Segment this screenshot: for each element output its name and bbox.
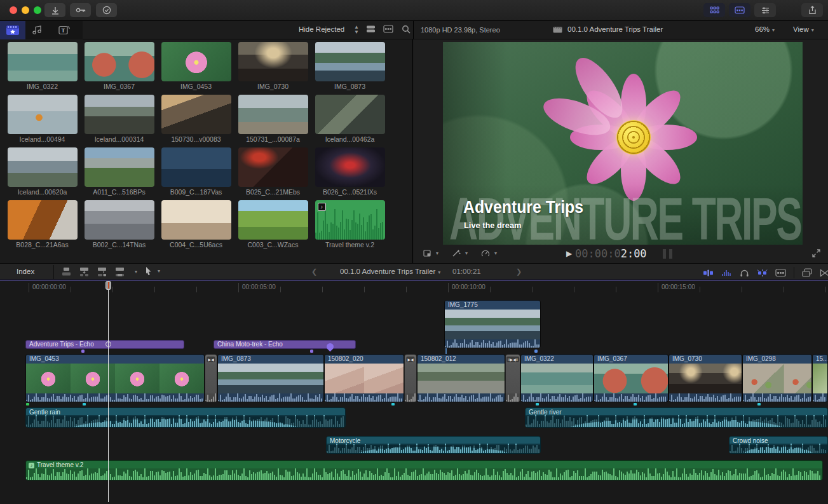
- audio-clip[interactable]: Gentle river: [525, 407, 828, 428]
- storyline-clip[interactable]: IMG_0453: [25, 354, 205, 402]
- clip-thumbnail[interactable]: [85, 95, 154, 134]
- browser-clip[interactable]: C003_C...WZacs: [234, 200, 311, 253]
- clip-thumbnail[interactable]: [315, 42, 385, 81]
- clip-marker[interactable]: [310, 350, 313, 353]
- browser-clip[interactable]: 150730...v00083: [158, 95, 234, 147]
- sidebar-tab-titles-generators[interactable]: T: [51, 21, 76, 39]
- index-button[interactable]: Index: [11, 266, 39, 276]
- insert-edit-icon[interactable]: [79, 267, 90, 276]
- browser-clip[interactable]: IMG_0322: [4, 42, 81, 95]
- close-window-button[interactable]: [10, 6, 17, 14]
- transition-clip[interactable]: ▶◀: [404, 354, 417, 402]
- clip-thumbnail[interactable]: [238, 200, 308, 240]
- browser-clip[interactable]: IMG_0873: [311, 42, 388, 95]
- clip-marker[interactable]: [534, 350, 538, 353]
- title-clip[interactable]: Adventure Trips - Echo: [25, 340, 184, 349]
- filmstrip-view-icon[interactable]: [383, 25, 393, 33]
- import-media-button[interactable]: [44, 3, 65, 17]
- browser-clip[interactable]: 150731_...00087a: [234, 95, 311, 147]
- browser-clip[interactable]: IMG_0367: [81, 42, 158, 95]
- clip-marker[interactable]: [81, 350, 85, 353]
- connect-edit-icon[interactable]: [61, 267, 72, 276]
- clip-thumbnail[interactable]: [315, 147, 385, 187]
- clip-thumbnail[interactable]: [161, 95, 231, 134]
- storyline-clip[interactable]: 150802_020: [324, 354, 404, 402]
- browser-toggle-button[interactable]: [703, 3, 725, 17]
- sidebar-tab-photos-audio[interactable]: [25, 21, 51, 39]
- clip-thumbnail[interactable]: [8, 42, 78, 81]
- storyline-clip[interactable]: IMG_0730: [669, 354, 742, 402]
- browser-clip[interactable]: IMG_0453: [158, 42, 234, 95]
- storyline-clip[interactable]: 150802_012: [417, 354, 505, 402]
- browser-clip[interactable]: Iceland...00494: [4, 95, 81, 147]
- clip-thumbnail[interactable]: [85, 42, 154, 81]
- clip-thumbnail[interactable]: [161, 200, 231, 240]
- share-button[interactable]: [801, 3, 823, 17]
- storyline-clip[interactable]: IMG_0298: [742, 354, 812, 402]
- clip-thumbnail[interactable]: [8, 200, 78, 240]
- background-tasks-button[interactable]: [96, 3, 117, 17]
- clip-thumbnail[interactable]: [238, 95, 308, 134]
- tool-selector[interactable]: ▾: [145, 266, 160, 275]
- storyline-clip[interactable]: IMG_0367: [594, 354, 669, 402]
- browser-clip[interactable]: A011_C...516BPs: [81, 147, 158, 200]
- keyword-editor-button[interactable]: [70, 3, 91, 17]
- play-button[interactable]: ▶: [566, 249, 572, 258]
- overwrite-edit-icon[interactable]: [114, 267, 125, 276]
- search-icon[interactable]: [402, 25, 411, 34]
- transition-clip[interactable]: ▶◀: [205, 354, 217, 402]
- clip-thumbnail[interactable]: [8, 95, 78, 134]
- storyline-clip[interactable]: 15...: [812, 354, 828, 402]
- minimize-window-button[interactable]: [22, 6, 29, 14]
- inspector-toggle-button[interactable]: [754, 3, 776, 17]
- title-clip[interactable]: China Moto-trek - Echo: [214, 340, 356, 349]
- fullscreen-icon[interactable]: [812, 249, 820, 257]
- clip-thumbnail[interactable]: [315, 95, 385, 134]
- audio-clip[interactable]: Motorcycle: [326, 436, 541, 454]
- sidebar-tab-library[interactable]: [0, 21, 25, 39]
- previous-project-arrow[interactable]: ❮: [311, 268, 317, 276]
- transitions-browser-icon[interactable]: [820, 269, 828, 277]
- transition-clip[interactable]: II▶◀II: [505, 354, 520, 402]
- edit-options-chevron-icon[interactable]: ▾: [135, 269, 137, 275]
- browser-clip[interactable]: B009_C...187Vas: [158, 147, 234, 200]
- viewer-zoom-selector[interactable]: 66%▾: [755, 25, 775, 33]
- clip-thumbnail[interactable]: [8, 147, 78, 187]
- audio-clip[interactable]: Gentle rain: [25, 407, 346, 428]
- effects-browser-icon[interactable]: [802, 268, 812, 277]
- browser-clip[interactable]: Iceland...00620a: [4, 147, 81, 200]
- solo-headphones-icon[interactable]: [740, 269, 749, 277]
- storyline-clip[interactable]: IMG_0873: [217, 354, 324, 402]
- timeline-ruler[interactable]: 00:00:00:0000:00:05:0000:00:10:0000:00:1…: [0, 281, 828, 294]
- clip-thumbnail[interactable]: [161, 42, 231, 81]
- viewer-view-menu[interactable]: View▾: [793, 25, 814, 33]
- audio-skimming-icon[interactable]: [721, 269, 732, 277]
- audio-clip[interactable]: Crowd noise: [729, 436, 828, 454]
- browser-clip[interactable]: C004_C...5U6acs: [158, 200, 234, 253]
- clip-appearance-icon[interactable]: [775, 268, 786, 277]
- browser-clip[interactable]: Iceland...000314: [81, 95, 158, 147]
- playhead-handle[interactable]: [105, 281, 111, 290]
- clip-thumbnail[interactable]: [85, 200, 154, 240]
- timeline-toggle-button[interactable]: [729, 3, 750, 17]
- storyline-clip[interactable]: IMG_0322: [520, 354, 594, 402]
- browser-clip[interactable]: B002_C...14TNas: [81, 200, 158, 253]
- clip-thumbnail[interactable]: ♪: [315, 200, 385, 240]
- crop-transform-menu[interactable]: ▾: [423, 249, 438, 257]
- clip-thumbnail[interactable]: [238, 147, 308, 187]
- append-edit-icon[interactable]: [97, 267, 107, 276]
- browser-clip[interactable]: B025_C...21MEbs: [234, 147, 311, 200]
- playhead[interactable]: [108, 281, 109, 502]
- trim-overlay-icon[interactable]: [703, 269, 714, 277]
- clip-appearance-icon[interactable]: [366, 25, 376, 33]
- enhancements-menu[interactable]: ▾: [452, 249, 468, 257]
- next-project-arrow[interactable]: ❯: [516, 268, 522, 276]
- snapping-icon[interactable]: [757, 269, 768, 277]
- clip-thumbnail[interactable]: [161, 147, 231, 187]
- browser-clip[interactable]: B026_C...0521IXs: [311, 147, 388, 200]
- zoom-window-button[interactable]: [34, 6, 41, 14]
- connected-clip[interactable]: IMG_1775: [444, 300, 541, 348]
- clip-thumbnail[interactable]: [238, 42, 308, 81]
- browser-clip[interactable]: IMG_0730: [234, 42, 311, 95]
- music-clip[interactable]: ♪Travel theme v.2: [25, 460, 823, 480]
